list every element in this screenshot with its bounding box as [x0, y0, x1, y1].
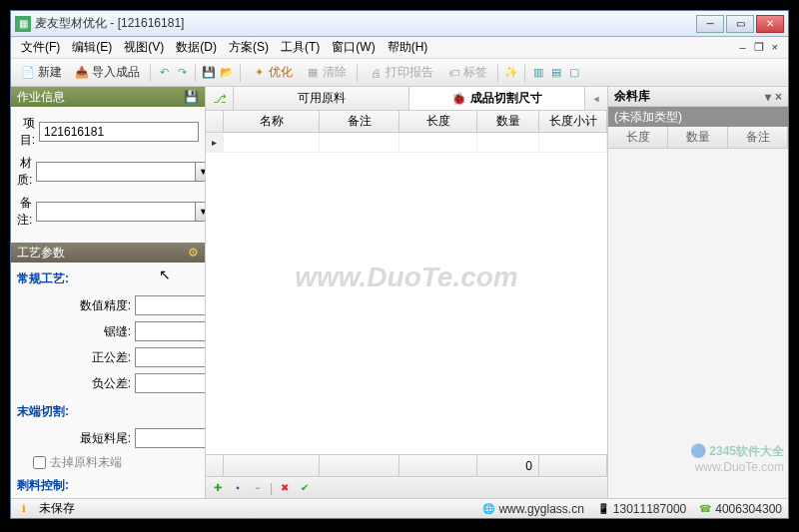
- material-dropdown[interactable]: ▼: [195, 162, 206, 182]
- redo-icon[interactable]: ↷: [174, 65, 190, 81]
- new-icon: 📄: [20, 65, 36, 81]
- insert-icon[interactable]: ▪: [230, 480, 246, 496]
- job-form: 项目: 材质: ▼ 备注: ▼: [11, 107, 205, 243]
- remark-dropdown[interactable]: ▼: [195, 202, 206, 222]
- params-body: ↖ 常规工艺: 数值精度: ▼ 锯缝: ▲▼ 正公差: ▲▼ 负公差: ▲▼: [11, 263, 205, 498]
- delete-icon[interactable]: －: [250, 480, 266, 496]
- mdi-restore[interactable]: ❐: [752, 41, 766, 54]
- scrap-subheader: (未添加类型): [608, 107, 788, 127]
- right-panel: 余料库 ▾× (未添加类型) 长度 数量 备注 🔵 2345软件大全 www.D…: [608, 87, 788, 498]
- cancel-icon[interactable]: ✖: [277, 480, 293, 496]
- statusbar: ℹ 未保存 🌐www.gyglass.cn 📱13011187000 ☎4006…: [11, 498, 788, 518]
- status-phone2: 4006304300: [715, 502, 782, 516]
- col-remark[interactable]: 备注: [320, 111, 400, 132]
- negtol-input[interactable]: [135, 373, 205, 393]
- col-name[interactable]: 名称: [224, 111, 320, 132]
- project-label: 项目:: [17, 115, 35, 149]
- status-unsaved: 未保存: [39, 500, 75, 517]
- pin-icon[interactable]: ▾: [765, 90, 771, 104]
- scrap-col-length[interactable]: 长度: [608, 127, 668, 148]
- close-panel-icon[interactable]: ×: [775, 90, 782, 104]
- tab-scroll[interactable]: ◄: [585, 87, 607, 110]
- center-panel: ⎇ 可用原料 🐞成品切割尺寸 ◄ 名称 备注 长度 数量 长度小计 ▸: [206, 87, 608, 498]
- mintail-input[interactable]: [135, 428, 205, 448]
- panel-save-icon[interactable]: 💾: [184, 90, 199, 104]
- view3-icon[interactable]: ▢: [566, 65, 582, 81]
- table-row[interactable]: ▸: [206, 133, 607, 153]
- optimize-button[interactable]: ✦优化: [246, 61, 298, 84]
- remark-label: 备注:: [17, 195, 32, 229]
- grid-body[interactable]: ▸ www.DuoTe.com: [206, 133, 607, 454]
- add-icon[interactable]: ✚: [210, 480, 226, 496]
- app-icon: ▦: [15, 16, 31, 32]
- watermark: www.DuoTe.com: [295, 262, 518, 293]
- separator: [150, 64, 151, 82]
- menu-data[interactable]: 数据(D): [170, 37, 223, 58]
- postol-input[interactable]: [135, 347, 205, 367]
- postol-label: 正公差:: [92, 349, 131, 366]
- mdi-close[interactable]: ×: [770, 41, 780, 54]
- view2-icon[interactable]: ▤: [548, 65, 564, 81]
- col-subtotal[interactable]: 长度小计: [539, 111, 607, 132]
- col-qty[interactable]: 数量: [477, 111, 539, 132]
- label-icon: 🏷: [445, 65, 461, 81]
- titlebar[interactable]: ▦ 麦友型材优化 - [121616181] ─ ▭ ✕: [11, 11, 788, 37]
- tab-product[interactable]: 🐞成品切割尺寸: [409, 87, 585, 110]
- undo-icon[interactable]: ↶: [156, 65, 172, 81]
- menu-window[interactable]: 窗口(W): [326, 37, 381, 58]
- info-icon: ℹ: [17, 502, 31, 516]
- tab-nav-icon[interactable]: ⎇: [206, 87, 234, 110]
- print-icon: 🖨: [368, 65, 384, 81]
- import-icon: 📥: [74, 65, 90, 81]
- mintail-label: 最短料尾:: [80, 430, 131, 447]
- material-input[interactable]: [36, 162, 195, 182]
- grid-header: 名称 备注 长度 数量 长度小计: [206, 111, 607, 133]
- mdi-minimize[interactable]: –: [737, 41, 747, 54]
- confirm-icon[interactable]: ✔: [297, 480, 313, 496]
- gear-icon[interactable]: ⚙: [188, 246, 199, 260]
- removeend-label: 去掉原料末端: [50, 454, 122, 471]
- scrap-col-remark[interactable]: 备注: [728, 127, 788, 148]
- separator: [195, 64, 196, 82]
- view1-icon[interactable]: ▥: [530, 65, 546, 81]
- tab-bar: ⎇ 可用原料 🐞成品切割尺寸 ◄: [206, 87, 607, 111]
- remark-input[interactable]: [36, 202, 195, 222]
- scrap-body[interactable]: 🔵 2345软件大全 www.DuoTe.com: [608, 149, 788, 498]
- menubar: 文件(F) 编辑(E) 视图(V) 数据(D) 方案(S) 工具(T) 窗口(W…: [11, 37, 788, 59]
- maximize-button[interactable]: ▭: [726, 15, 754, 33]
- open-icon[interactable]: 📂: [219, 65, 235, 81]
- status-website[interactable]: www.gyglass.cn: [498, 502, 583, 516]
- separator: [357, 64, 358, 82]
- tel-icon: ☎: [698, 502, 712, 516]
- scrap-col-qty[interactable]: 数量: [668, 127, 728, 148]
- import-button[interactable]: 📥导入成品: [69, 61, 145, 84]
- menu-view[interactable]: 视图(V): [118, 37, 170, 58]
- clear-button[interactable]: ▦清除: [300, 61, 352, 84]
- settings-icon[interactable]: ✨: [503, 65, 519, 81]
- precision-label: 数值精度:: [80, 297, 131, 314]
- section-scrap: 剩料控制:: [17, 477, 199, 494]
- project-input[interactable]: [39, 122, 199, 142]
- new-button[interactable]: 📄新建: [15, 61, 67, 84]
- section-general: 常规工艺:: [17, 270, 199, 287]
- separator: [497, 64, 498, 82]
- tab-raw[interactable]: 可用原料: [234, 87, 409, 110]
- col-length[interactable]: 长度: [400, 111, 477, 132]
- app-window: ▦ 麦友型材优化 - [121616181] ─ ▭ ✕ 文件(F) 编辑(E)…: [10, 10, 789, 519]
- save-icon[interactable]: 💾: [201, 65, 217, 81]
- saw-input[interactable]: [135, 321, 205, 341]
- menu-edit[interactable]: 编辑(E): [66, 37, 118, 58]
- menu-file[interactable]: 文件(F): [15, 37, 66, 58]
- clear-icon: ▦: [305, 65, 321, 81]
- precision-input[interactable]: [135, 295, 205, 315]
- close-button[interactable]: ✕: [756, 15, 784, 33]
- print-button: 🖨打印报告: [363, 61, 438, 84]
- separator: [240, 64, 241, 82]
- separator: [524, 64, 525, 82]
- menu-scheme[interactable]: 方案(S): [223, 37, 275, 58]
- removeend-checkbox[interactable]: [33, 456, 46, 469]
- menu-help[interactable]: 帮助(H): [382, 37, 434, 58]
- minimize-button[interactable]: ─: [696, 15, 724, 33]
- grid-footer: 0: [206, 454, 607, 476]
- menu-tool[interactable]: 工具(T): [275, 37, 326, 58]
